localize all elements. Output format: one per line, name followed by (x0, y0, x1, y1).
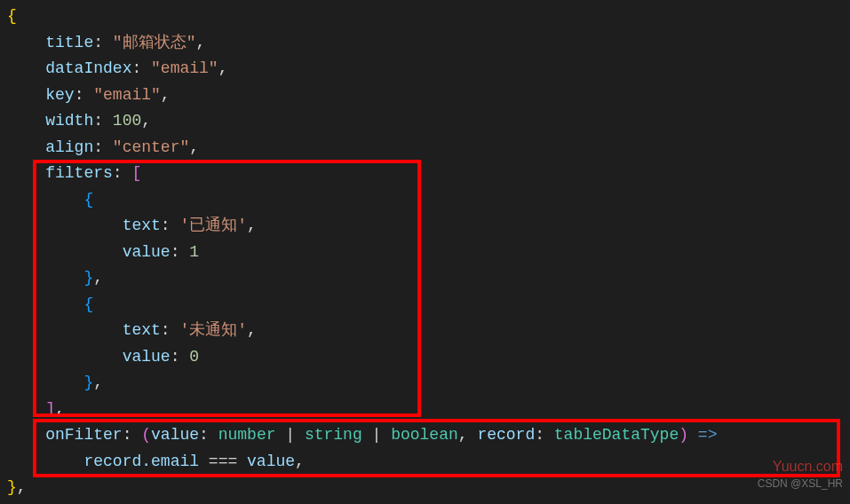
code-line[interactable]: ], (7, 397, 850, 423)
param-name: record (477, 426, 535, 444)
code-line[interactable]: value: 0 (7, 344, 850, 371)
paren-open: ( (141, 426, 151, 444)
brace-open: { (7, 7, 17, 25)
watermark: CSDN @XSL_HR (758, 471, 843, 498)
type-annotation: boolean (391, 426, 458, 444)
prop-text: text (123, 217, 161, 234)
code-line[interactable]: { (7, 4, 850, 30)
number-value: 0 (189, 348, 199, 366)
code-line[interactable]: align: "center", (7, 135, 850, 161)
number-value: 1 (189, 243, 199, 261)
code-line[interactable]: filters: [ (7, 161, 850, 187)
type-annotation: number (218, 426, 276, 444)
type-annotation: tableDataType (554, 426, 679, 444)
string-value: "center" (113, 138, 189, 156)
prop-dataindex: dataIndex (45, 59, 131, 77)
code-line[interactable]: }, (7, 265, 850, 292)
type-annotation: string (305, 426, 362, 444)
prop-value: value (123, 348, 171, 366)
code-line[interactable]: value: 1 (7, 240, 850, 266)
code-line[interactable]: }, (7, 475, 850, 501)
param-name: value (151, 426, 199, 444)
code-line[interactable]: text: '已通知', (7, 213, 850, 240)
code-line[interactable]: record.email === value, (7, 449, 850, 476)
code-line[interactable]: { (7, 187, 850, 214)
identifier: record (83, 453, 141, 470)
code-line[interactable]: }, (7, 370, 850, 397)
brace-close: } (83, 269, 93, 287)
string-value: '已通知' (179, 217, 247, 234)
prop-title: title (45, 34, 93, 51)
identifier: value (247, 453, 295, 470)
prop-filters: filters (45, 164, 113, 182)
code-line[interactable]: key: "email", (7, 83, 850, 109)
string-value: "email" (93, 86, 161, 104)
prop-key: key (45, 86, 74, 104)
bracket-close: ] (45, 400, 55, 418)
code-editor[interactable]: { title: "邮箱状态", dataIndex: "email", key… (0, 0, 850, 501)
code-line[interactable]: { (7, 292, 850, 319)
brace-close: } (83, 374, 93, 391)
bracket-open: [ (131, 164, 141, 182)
string-value: '未通知' (179, 321, 247, 339)
brace-open: { (83, 295, 93, 313)
number-value: 100 (113, 112, 141, 130)
code-line[interactable]: text: '未通知', (7, 318, 850, 344)
brace-open: { (83, 191, 93, 209)
prop-width: width (45, 112, 93, 130)
code-line[interactable]: dataIndex: "email", (7, 56, 850, 83)
prop-align: align (45, 138, 93, 156)
code-line[interactable]: title: "邮箱状态", (7, 30, 850, 57)
prop-value: value (123, 243, 171, 261)
arrow: => (698, 426, 718, 444)
code-line[interactable]: width: 100, (7, 108, 850, 135)
brace-close: } (7, 478, 17, 496)
prop-text: text (123, 321, 161, 339)
prop-onfilter: onFilter (45, 426, 122, 444)
paren-close: ) (679, 426, 688, 444)
code-line[interactable]: onFilter: (value: number | string | bool… (7, 422, 850, 449)
string-value: "邮箱状态" (113, 34, 196, 51)
string-value: "email" (151, 59, 218, 77)
